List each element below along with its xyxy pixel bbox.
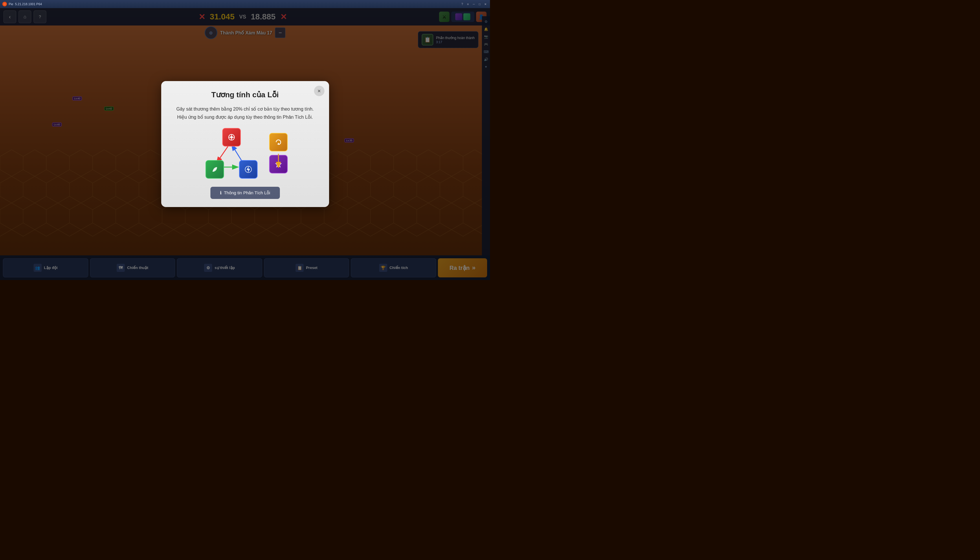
dialog-body-line2: Hiệu ứng bổ sung được áp dụng tùy theo t… [177, 115, 313, 120]
svg-marker-14 [275, 161, 282, 168]
right-diagram [269, 133, 288, 173]
svg-line-3 [232, 145, 243, 162]
dialog-body-line1: Gây sát thương thêm bằng 20% chỉ số cơ b… [176, 107, 314, 112]
tri-bot-right-icon [239, 160, 257, 179]
app-name: Pie [9, 2, 13, 6]
tri-top-icon [222, 128, 241, 147]
dialog-action-button[interactable]: ℹ Thông tin Phân Tích Lỗi [211, 187, 280, 199]
triangle-diagram [203, 128, 261, 179]
star-icon [269, 155, 288, 173]
help-button[interactable]: ? [460, 2, 465, 7]
close-button[interactable]: ✕ [483, 2, 488, 7]
svg-marker-13 [277, 143, 279, 145]
dialog-action-label: Thông tin Phân Tích Lỗi [224, 190, 270, 195]
tri-bot-left-icon [206, 160, 224, 179]
lightning-icon [239, 160, 257, 179]
dialog-diagram [172, 128, 319, 179]
title-bar: Pie 5.21.218.1001 P64 ? ≡ ─ □ ✕ [0, 0, 490, 8]
dialog-close-button[interactable]: × [314, 86, 324, 96]
game-area: ‹ ⌂ ? ✕ 31.045 VS 18.885 ✕ ⚔ 👤 ⊕ Thành P… [0, 8, 490, 280]
maximize-button[interactable]: □ [477, 2, 482, 7]
title-bar-left: Pie 5.21.218.1001 P64 [2, 2, 42, 7]
dialog-overlay: × Tương tính của Lỗi Gây sát thương thêm… [0, 8, 490, 280]
cycle-icon [269, 133, 288, 152]
svg-marker-10 [247, 166, 250, 173]
info-icon: ℹ [220, 190, 222, 195]
dialog: × Tương tính của Lỗi Gây sát thương thêm… [161, 81, 329, 207]
minimize-button[interactable]: ─ [472, 2, 476, 7]
window-controls: ? ≡ ─ □ ✕ [460, 2, 488, 7]
dialog-title: Tương tính của Lỗi [172, 90, 319, 99]
app-icon [2, 2, 7, 7]
menu-button[interactable]: ≡ [466, 2, 470, 7]
leaf-icon [206, 160, 224, 179]
dialog-body: Gây sát thương thêm bằng 20% chỉ số cơ b… [172, 105, 319, 121]
svg-line-2 [217, 145, 229, 162]
fire-icon [222, 128, 241, 147]
app-version: 5.21.218.1001 P64 [15, 2, 42, 6]
